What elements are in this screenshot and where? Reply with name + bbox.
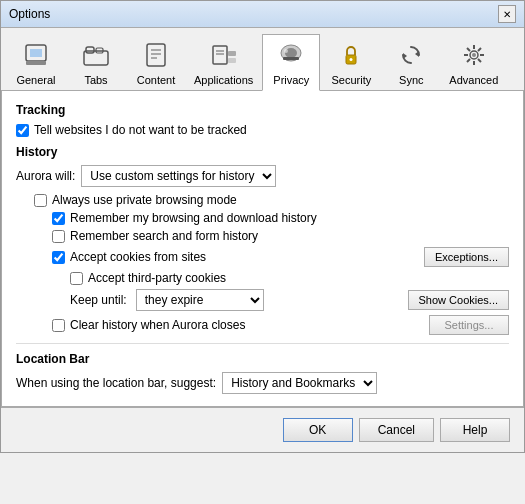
keep-until-left: Keep until: they expire I close Aurora a… [70, 289, 264, 311]
aurora-will-label: Aurora will: [16, 169, 75, 183]
always-private-row: Always use private browsing mode [16, 193, 509, 207]
cancel-button[interactable]: Cancel [359, 418, 434, 442]
applications-icon [208, 39, 240, 71]
svg-rect-4 [86, 47, 94, 53]
remember-browsing-text: Remember my browsing and download histor… [70, 211, 317, 225]
keep-until-row: Keep until: they expire I close Aurora a… [16, 289, 509, 311]
tracking-checkbox[interactable] [16, 124, 29, 137]
svg-rect-2 [30, 49, 42, 57]
svg-line-31 [478, 48, 481, 51]
tab-tabs[interactable]: Tabs [67, 34, 125, 90]
help-button[interactable]: Help [440, 418, 510, 442]
tab-applications[interactable]: Applications [187, 34, 260, 90]
svg-line-30 [478, 59, 481, 62]
tab-advanced-label: Advanced [449, 74, 498, 86]
svg-marker-22 [403, 53, 407, 59]
svg-rect-10 [213, 46, 227, 64]
window-title: Options [9, 7, 50, 21]
tab-security[interactable]: Security [322, 34, 380, 90]
tabs-icon [80, 39, 112, 71]
history-section-label: History [16, 145, 509, 159]
tab-general[interactable]: General [7, 34, 65, 90]
tab-content[interactable]: Content [127, 34, 185, 90]
tab-security-label: Security [331, 74, 371, 86]
title-bar: Options ✕ [1, 1, 524, 28]
tab-tabs-label: Tabs [84, 74, 107, 86]
general-icon [20, 39, 52, 71]
accept-cookies-row: Accept cookies from sites Exceptions... [16, 247, 509, 267]
tracking-text: Tell websites I do not want to be tracke… [34, 123, 247, 137]
tab-general-label: General [16, 74, 55, 86]
exceptions-button[interactable]: Exceptions... [424, 247, 509, 267]
close-button[interactable]: ✕ [498, 5, 516, 23]
divider [16, 343, 509, 344]
always-private-text: Always use private browsing mode [52, 193, 237, 207]
accept-third-party-text: Accept third-party cookies [88, 271, 226, 285]
remember-browsing-label[interactable]: Remember my browsing and download histor… [52, 211, 317, 225]
accept-cookies-checkbox[interactable] [52, 251, 65, 264]
svg-point-20 [350, 58, 353, 61]
privacy-icon [275, 39, 307, 71]
remember-search-label[interactable]: Remember search and form history [52, 229, 258, 243]
svg-rect-14 [228, 58, 236, 63]
svg-line-32 [467, 59, 470, 62]
suggest-select[interactable]: History and Bookmarks History Bookmarks … [222, 372, 377, 394]
remember-search-row: Remember search and form history [16, 229, 509, 243]
always-private-checkbox[interactable] [34, 194, 47, 207]
clear-history-checkbox[interactable] [52, 319, 65, 332]
remember-search-checkbox[interactable] [52, 230, 65, 243]
history-select[interactable]: Use custom settings for history Remember… [81, 165, 276, 187]
accept-third-party-label[interactable]: Accept third-party cookies [70, 271, 226, 285]
ok-button[interactable]: OK [283, 418, 353, 442]
settings-button: Settings... [429, 315, 509, 335]
always-private-label[interactable]: Always use private browsing mode [34, 193, 237, 207]
accept-cookies-label[interactable]: Accept cookies from sites [52, 250, 206, 264]
tracking-checkbox-label[interactable]: Tell websites I do not want to be tracke… [16, 123, 247, 137]
remember-browsing-row: Remember my browsing and download histor… [16, 211, 509, 225]
tab-sync[interactable]: Sync [382, 34, 440, 90]
remember-browsing-checkbox[interactable] [52, 212, 65, 225]
tab-privacy-label: Privacy [273, 74, 309, 86]
suggest-label: When using the location bar, suggest: [16, 376, 216, 390]
aurora-will-row: Aurora will: Use custom settings for his… [16, 165, 509, 187]
svg-rect-17 [283, 57, 299, 60]
tracking-section-label: Tracking [16, 103, 509, 117]
accept-third-party-row: Accept third-party cookies [16, 271, 509, 285]
tab-content-area: Tracking Tell websites I do not want to … [1, 91, 524, 407]
clear-history-text: Clear history when Aurora closes [70, 318, 245, 332]
sync-icon [395, 39, 427, 71]
tab-sync-label: Sync [399, 74, 423, 86]
tab-bar: General Tabs Content [1, 28, 524, 91]
button-bar: OK Cancel Help [1, 407, 524, 452]
security-icon [335, 39, 367, 71]
options-window: Options ✕ General Tabs [0, 0, 525, 453]
tab-advanced[interactable]: Advanced [442, 34, 505, 90]
location-bar-section-label: Location Bar [16, 352, 509, 366]
keep-until-label: Keep until: [70, 293, 127, 307]
svg-rect-6 [147, 44, 165, 66]
remember-search-text: Remember search and form history [70, 229, 258, 243]
accept-cookies-left: Accept cookies from sites [52, 250, 206, 264]
svg-point-18 [284, 49, 288, 53]
advanced-icon [458, 39, 490, 71]
location-bar-row: When using the location bar, suggest: Hi… [16, 372, 509, 394]
content-icon [140, 39, 172, 71]
tab-privacy[interactable]: Privacy [262, 34, 320, 91]
tab-content-label: Content [137, 74, 176, 86]
clear-history-label[interactable]: Clear history when Aurora closes [52, 318, 245, 332]
show-cookies-button[interactable]: Show Cookies... [408, 290, 509, 310]
svg-point-24 [472, 53, 476, 57]
expire-select[interactable]: they expire I close Aurora ask me every … [136, 289, 264, 311]
svg-marker-21 [415, 51, 419, 57]
svg-line-29 [467, 48, 470, 51]
clear-history-left: Clear history when Aurora closes [52, 318, 245, 332]
tab-applications-label: Applications [194, 74, 253, 86]
svg-rect-1 [26, 61, 46, 65]
accept-third-party-checkbox[interactable] [70, 272, 83, 285]
clear-history-row: Clear history when Aurora closes Setting… [16, 315, 509, 335]
tracking-row: Tell websites I do not want to be tracke… [16, 123, 509, 137]
accept-cookies-text: Accept cookies from sites [70, 250, 206, 264]
svg-rect-13 [228, 51, 236, 56]
